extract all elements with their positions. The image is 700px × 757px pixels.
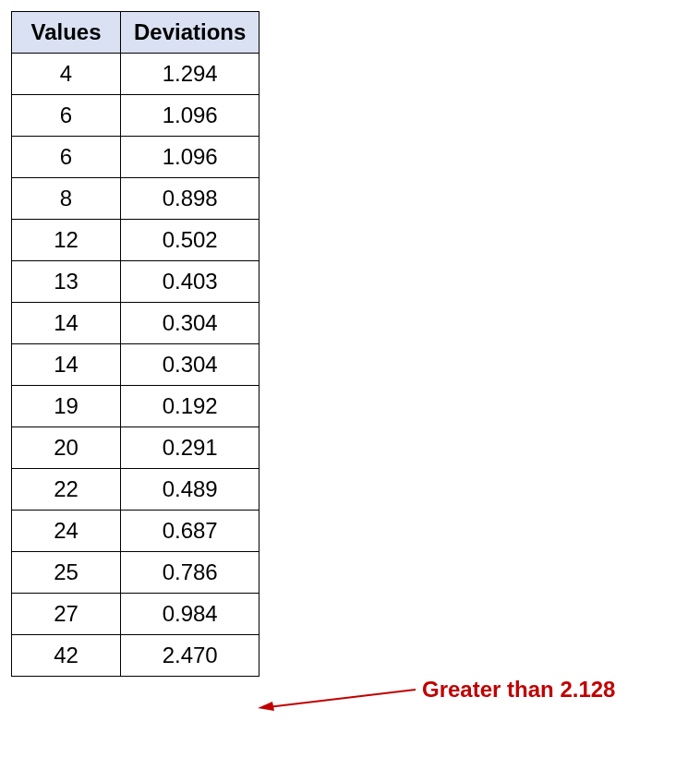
table-row: 24 0.687 xyxy=(12,511,259,552)
deviation-cell: 0.898 xyxy=(121,178,259,220)
deviation-cell: 0.304 xyxy=(121,344,259,386)
table-row: 25 0.786 xyxy=(12,552,259,594)
value-cell: 12 xyxy=(12,220,121,261)
values-deviations-table: Values Deviations 4 1.294 6 1.096 6 1.09… xyxy=(11,11,259,677)
deviation-cell: 0.291 xyxy=(121,427,259,469)
deviation-cell: 0.304 xyxy=(121,303,259,344)
svg-marker-1 xyxy=(258,702,274,711)
data-table-container: Values Deviations 4 1.294 6 1.096 6 1.09… xyxy=(11,11,259,677)
value-cell: 8 xyxy=(12,178,121,220)
deviation-cell: 1.294 xyxy=(121,54,259,95)
annotation-text: Greater than 2.128 xyxy=(422,677,615,703)
deviation-cell: 1.096 xyxy=(121,137,259,178)
deviation-cell: 0.403 xyxy=(121,261,259,303)
value-cell: 14 xyxy=(12,303,121,344)
table-row: 12 0.502 xyxy=(12,220,259,261)
deviation-cell: 0.502 xyxy=(121,220,259,261)
table-row: 6 1.096 xyxy=(12,137,259,178)
table-row: 6 1.096 xyxy=(12,95,259,137)
value-cell: 27 xyxy=(12,594,121,635)
deviation-cell: 0.192 xyxy=(121,386,259,427)
table-body: 4 1.294 6 1.096 6 1.096 8 0.898 12 0.502… xyxy=(12,54,259,677)
table-row: 27 0.984 xyxy=(12,594,259,635)
table-header-row: Values Deviations xyxy=(12,12,259,54)
table-row: 20 0.291 xyxy=(12,427,259,469)
deviation-cell: 0.489 xyxy=(121,469,259,511)
annotation-callout: Greater than 2.128 xyxy=(254,667,615,713)
value-cell: 4 xyxy=(12,54,121,95)
table-row: 4 1.294 xyxy=(12,54,259,95)
deviation-cell: 0.687 xyxy=(121,511,259,552)
value-cell: 13 xyxy=(12,261,121,303)
deviation-cell: 1.096 xyxy=(121,95,259,137)
value-cell: 6 xyxy=(12,95,121,137)
value-cell: 14 xyxy=(12,344,121,386)
table-row: 42 2.470 xyxy=(12,635,259,677)
svg-line-0 xyxy=(268,690,416,707)
values-header: Values xyxy=(12,12,121,54)
table-row: 14 0.304 xyxy=(12,303,259,344)
value-cell: 6 xyxy=(12,137,121,178)
table-row: 13 0.403 xyxy=(12,261,259,303)
value-cell: 20 xyxy=(12,427,121,469)
table-row: 8 0.898 xyxy=(12,178,259,220)
value-cell: 24 xyxy=(12,511,121,552)
table-row: 14 0.304 xyxy=(12,344,259,386)
value-cell: 19 xyxy=(12,386,121,427)
value-cell: 25 xyxy=(12,552,121,594)
value-cell: 42 xyxy=(12,635,121,677)
table-row: 22 0.489 xyxy=(12,469,259,511)
deviation-cell: 2.470 xyxy=(121,635,259,677)
table-row: 19 0.192 xyxy=(12,386,259,427)
value-cell: 22 xyxy=(12,469,121,511)
deviation-cell: 0.786 xyxy=(121,552,259,594)
arrow-icon xyxy=(254,667,420,713)
deviations-header: Deviations xyxy=(121,12,259,54)
deviation-cell: 0.984 xyxy=(121,594,259,635)
